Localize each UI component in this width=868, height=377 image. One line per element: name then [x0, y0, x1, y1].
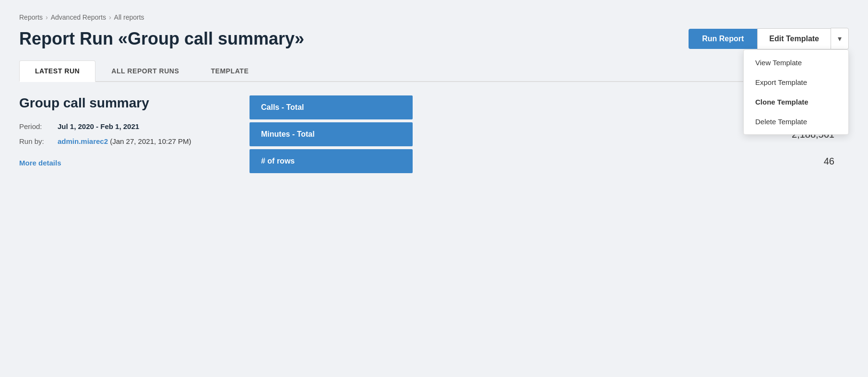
tab-latest-run[interactable]: LATEST RUN [19, 60, 95, 82]
dropdown-item-view-template[interactable]: View Template [744, 53, 848, 72]
more-details-link[interactable]: More details [19, 159, 61, 167]
content-area: Group call summary Period: Jul 1, 2020 -… [19, 95, 849, 176]
dropdown-item-clone-template[interactable]: Clone Template [744, 92, 848, 112]
header-actions: Run Report Edit Template ▾ View Template… [689, 28, 849, 49]
edit-template-dropdown-button[interactable]: ▾ [831, 28, 849, 49]
run-by-date: (Jan 27, 2021, 10:27 PM) [110, 137, 191, 145]
run-by-row: Run by: admin.miarec2 (Jan 27, 2021, 10:… [19, 137, 221, 145]
header-row: Report Run «Group call summary» Run Repo… [19, 28, 849, 49]
tabs-row: LATEST RUN ALL REPORT RUNS TEMPLATE Expo… [19, 59, 849, 82]
run-report-button[interactable]: Run Report [689, 29, 757, 49]
period-value: Jul 1, 2020 - Feb 1, 2021 [58, 122, 139, 130]
report-title: Group call summary [19, 95, 221, 111]
arrow-pointer [598, 0, 675, 6]
breadcrumb-sep-1: › [46, 13, 48, 21]
stat-label-minutes: Minutes - Total [250, 122, 413, 146]
stat-label-rows: # of rows [250, 149, 413, 173]
stat-row-rows: # of rows 46 [250, 149, 849, 173]
dropdown-menu: View Template Export Template Clone Temp… [743, 49, 849, 135]
more-details-row: More details [19, 152, 221, 167]
edit-template-button[interactable]: Edit Template [757, 28, 831, 49]
run-by-label: Run by: [19, 137, 58, 145]
breadcrumb-advanced-reports[interactable]: Advanced Reports [51, 13, 106, 21]
breadcrumb-sep-2: › [109, 13, 111, 21]
period-row: Period: Jul 1, 2020 - Feb 1, 2021 [19, 122, 221, 130]
dropdown-item-delete-template[interactable]: Delete Template [744, 112, 848, 131]
tab-all-report-runs[interactable]: ALL REPORT RUNS [95, 60, 195, 81]
breadcrumb-all-reports[interactable]: All reports [114, 13, 144, 21]
chevron-down-icon: ▾ [838, 35, 842, 43]
period-label: Period: [19, 122, 58, 130]
run-by-user-link[interactable]: admin.miarec2 [58, 137, 108, 145]
breadcrumb-reports[interactable]: Reports [19, 13, 43, 21]
dropdown-item-export-template[interactable]: Export Template [744, 72, 848, 92]
tab-template[interactable]: TEMPLATE [195, 60, 264, 81]
stat-value-rows: 46 [413, 156, 849, 167]
report-info: Group call summary Period: Jul 1, 2020 -… [19, 95, 221, 167]
page-title: Report Run «Group call summary» [19, 29, 304, 49]
breadcrumb: Reports › Advanced Reports › All reports [19, 13, 849, 21]
stat-label-calls: Calls - Total [250, 95, 413, 119]
